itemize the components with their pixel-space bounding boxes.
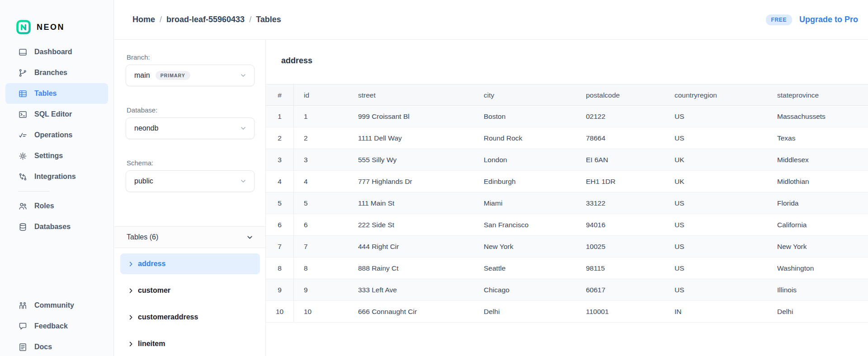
branch-select[interactable]: main PRIMARY: [126, 65, 255, 86]
sidebar-item-docs[interactable]: Docs: [5, 337, 108, 356]
cell: US: [665, 192, 767, 214]
cell: 666 Connaught Cir: [348, 301, 474, 322]
table-item-customer[interactable]: customer: [120, 280, 260, 301]
sidebar-item-tables[interactable]: Tables: [5, 83, 108, 104]
cell: 333 Left Ave: [348, 279, 474, 300]
cell: 111 Main St: [348, 192, 474, 214]
sidebar-item-label: Tables: [34, 89, 57, 98]
breadcrumb-tables[interactable]: Tables: [256, 15, 281, 24]
cell: UK: [665, 149, 767, 170]
cell: 9: [294, 279, 348, 300]
databases-icon: [18, 222, 28, 232]
breadcrumb-project[interactable]: broad-leaf-55960433: [166, 15, 245, 24]
table-row: 77444 Right CirNew York10025USNew York: [266, 236, 868, 258]
sidebar-item-sql-editor[interactable]: SQL Editor: [5, 104, 108, 125]
cell: 999 Croissant Bl: [348, 106, 474, 127]
sidebar-item-roles[interactable]: Roles: [5, 196, 108, 216]
cell: 60617: [576, 279, 665, 300]
cell: US: [665, 279, 767, 300]
feedback-icon: [18, 322, 28, 331]
cell: San Francisco: [474, 214, 576, 235]
cell: UK: [665, 171, 767, 192]
cell: 4: [294, 171, 348, 192]
cell: 8: [266, 258, 294, 279]
brand-wordmark: NEON: [37, 23, 65, 32]
table-item-address[interactable]: address: [120, 253, 260, 274]
dashboard-icon: [18, 47, 28, 57]
table-row: 1010666 Connaught CirDelhi110001INDelhi: [266, 301, 868, 323]
sidebar-item-operations[interactable]: Operations: [5, 125, 108, 145]
cell: 10025: [576, 236, 665, 257]
cell: 5: [294, 192, 348, 214]
cell: 94016: [576, 214, 665, 235]
table-row: 99333 Left AveChicago60617USIllinois: [266, 279, 868, 301]
sidebar-item-databases[interactable]: Databases: [5, 216, 108, 237]
neon-logo[interactable]: NEON: [0, 0, 113, 42]
sidebar-divider: [18, 191, 50, 192]
cell: 98115: [576, 258, 665, 279]
chevron-down-icon: [240, 178, 247, 185]
database-select[interactable]: neondb: [126, 117, 255, 139]
sidebar-item-settings[interactable]: Settings: [5, 145, 108, 166]
cell: US: [665, 258, 767, 279]
cell: 4: [266, 171, 294, 192]
cell: 222 Side St: [348, 214, 474, 235]
cell: Miami: [474, 192, 576, 214]
sidebar-item-integrations[interactable]: Integrations: [5, 166, 108, 187]
table-item-lineitem[interactable]: lineitem: [120, 333, 260, 354]
table-item-label: customeraddress: [138, 313, 198, 321]
upgrade-to-pro-link[interactable]: Upgrade to Pro: [799, 15, 858, 24]
sidebar-item-label: SQL Editor: [34, 110, 72, 118]
cell: 1111 Dell Way: [348, 127, 474, 149]
cell: Chicago: [474, 279, 576, 300]
sidebar-item-branches[interactable]: Branches: [5, 62, 108, 83]
cell: US: [665, 106, 767, 127]
sidebar-item-feedback[interactable]: Feedback: [5, 316, 108, 337]
table-title: address: [266, 40, 868, 66]
sidebar-nav-main: Dashboard Branches Tables SQL Editor Ope…: [0, 42, 113, 187]
column-header-postalcode: postalcode: [576, 84, 665, 105]
sidebar-item-label: Operations: [34, 131, 72, 139]
sidebar-item-label: Databases: [34, 223, 71, 231]
community-icon: [18, 301, 28, 310]
table-row: 221111 Dell WayRound Rock78664USTexas: [266, 127, 868, 149]
branches-icon: [18, 68, 28, 78]
integrations-icon: [18, 172, 28, 182]
column-header-countryregion: countryregion: [665, 84, 767, 105]
chevron-down-icon: [240, 125, 247, 132]
sidebar-item-label: Feedback: [34, 322, 68, 330]
cell: New York: [767, 236, 868, 257]
sidebar-item-label: Settings: [34, 152, 63, 160]
branch-value: main: [134, 71, 150, 80]
sidebar: NEON Dashboard Branches Tables SQL Edito…: [0, 0, 114, 356]
database-label: Database:: [127, 106, 265, 114]
plan-badge: FREE: [766, 14, 792, 25]
chevron-right-icon: [127, 314, 134, 321]
cell: 78664: [576, 127, 665, 149]
sidebar-item-dashboard[interactable]: Dashboard: [5, 42, 108, 62]
cell: 444 Right Cir: [348, 236, 474, 257]
cell: 33122: [576, 192, 665, 214]
cell: Midlothian: [767, 171, 868, 192]
cell: 02122: [576, 106, 665, 127]
cell: 9: [266, 279, 294, 300]
cell: 888 Rainy Ct: [348, 258, 474, 279]
settings-icon: [18, 151, 28, 161]
schema-select[interactable]: public: [126, 170, 255, 192]
cell: 7: [266, 236, 294, 257]
cell: 110001: [576, 301, 665, 322]
tables-section-header[interactable]: Tables (6): [114, 226, 265, 248]
cell: Boston: [474, 106, 576, 127]
sidebar-item-label: Community: [34, 301, 74, 309]
sidebar-item-community[interactable]: Community: [5, 295, 108, 316]
table-item-customeraddress[interactable]: customeraddress: [120, 307, 260, 328]
breadcrumb-home[interactable]: Home: [132, 15, 155, 24]
table-row: 66222 Side StSan Francisco94016USCalifor…: [266, 214, 868, 236]
cell: Massachussets: [767, 106, 868, 127]
tables-section-title: Tables (6): [127, 233, 158, 241]
column-header-stateprovince: stateprovince: [767, 84, 868, 105]
table-row: 88888 Rainy CtSeattle98115USWashington: [266, 258, 868, 279]
column-header-row-number: #: [266, 84, 294, 105]
sidebar-item-label: Dashboard: [34, 48, 72, 56]
tables-icon: [18, 89, 28, 98]
